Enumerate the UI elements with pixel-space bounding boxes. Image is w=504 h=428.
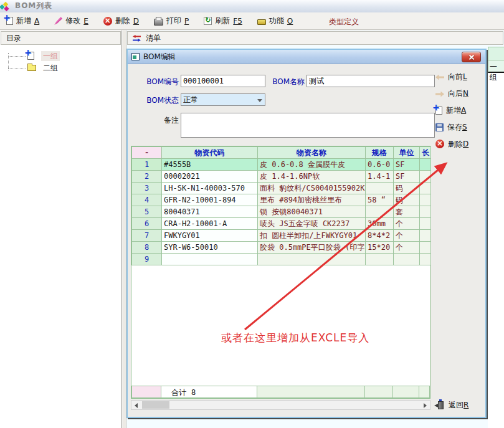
cell[interactable]: CRA-H2-10001-A bbox=[162, 218, 258, 230]
cell[interactable]: 2 bbox=[132, 171, 162, 183]
cell[interactable]: 8*4*2 bbox=[366, 230, 394, 242]
cell[interactable]: 8 bbox=[132, 242, 162, 254]
cell[interactable] bbox=[162, 254, 258, 265]
dialog-prev-button[interactable]: 向前L bbox=[435, 70, 485, 83]
table-row[interactable]: 7FWKYGY01扣 圆柱半卸扣/上FWKYGY018*4*2个 bbox=[132, 230, 431, 242]
cell[interactable]: 胶袋 0.5mmPE平口胶袋 (印字 bbox=[258, 242, 366, 254]
cell[interactable] bbox=[366, 206, 394, 218]
cell[interactable]: 唛头 JS五金字唛 CK2237 bbox=[258, 218, 366, 230]
cell[interactable]: FWKYGY01 bbox=[162, 230, 258, 242]
cell[interactable] bbox=[420, 159, 431, 171]
cell[interactable]: 9 bbox=[132, 254, 162, 265]
cell[interactable]: 1.4-1 bbox=[366, 171, 394, 183]
cell[interactable] bbox=[420, 230, 431, 242]
cell[interactable] bbox=[420, 254, 431, 265]
main-area: 清单 一组 BOM编辑 BOM编号 BOM名称 BOM状态 正常 bbox=[126, 31, 504, 428]
type-definition-label[interactable]: 类型定义 bbox=[329, 17, 359, 27]
cell[interactable] bbox=[258, 254, 366, 265]
cell[interactable]: 皮 0.6-0.8 金属膜牛皮 bbox=[258, 159, 366, 171]
cell[interactable]: 15*20 bbox=[366, 242, 394, 254]
cell[interactable]: 皮 1.4-1.6NP软 bbox=[258, 171, 366, 183]
cell[interactable]: 面料 豹纹料/CS0040155902K bbox=[258, 183, 366, 194]
toolbar-edit-button[interactable]: 修改E bbox=[52, 14, 91, 29]
bom-status-select[interactable]: 正常 bbox=[181, 93, 265, 106]
cell[interactable]: 个 bbox=[394, 242, 420, 254]
table-row[interactable]: 6CRA-H2-10001-A唛头 JS五金字唛 CK223730mm个 bbox=[132, 218, 431, 230]
toolbar-add-button[interactable]: 新增A bbox=[4, 14, 42, 29]
table-row[interactable]: 200002021皮 1.4-1.6NP软1.4-1SF bbox=[132, 171, 431, 183]
table-row[interactable]: 580040371锁 按锁80040371套 bbox=[132, 206, 431, 218]
toolbar-refresh-button[interactable]: 刷新F5 bbox=[201, 14, 245, 29]
cell[interactable]: 码 bbox=[394, 194, 420, 206]
cell[interactable]: 80040371 bbox=[162, 206, 258, 218]
column-header[interactable]: 物资名称 bbox=[258, 147, 366, 159]
cell[interactable] bbox=[420, 242, 431, 254]
table-row[interactable]: 4GFR-N2-10001-894里布 #894加密桃丝里布58 “码 bbox=[132, 194, 431, 206]
table-row[interactable]: 1#4555B皮 0.6-0.8 金属膜牛皮0.6-0SF bbox=[132, 159, 431, 171]
cell[interactable] bbox=[366, 183, 394, 194]
scroll-left-icon[interactable] bbox=[131, 401, 141, 409]
cell[interactable]: 6 bbox=[132, 218, 162, 230]
list-tab-header: 清单 bbox=[127, 31, 503, 45]
table-row[interactable]: 3LH-SK-N1-40003-570面料 豹纹料/CS0040155902K码 bbox=[132, 183, 431, 194]
column-header[interactable]: 单位 bbox=[394, 147, 420, 159]
dialog-delete-button[interactable]: 删除D bbox=[435, 138, 485, 150]
cell[interactable]: 58 “ bbox=[366, 194, 394, 206]
cell[interactable] bbox=[366, 254, 394, 265]
cell[interactable]: SYR-W6-50010 bbox=[162, 242, 258, 254]
close-icon[interactable] bbox=[462, 52, 481, 62]
bom-name-input[interactable] bbox=[307, 75, 435, 87]
cell[interactable]: SF bbox=[394, 159, 420, 171]
cell[interactable] bbox=[420, 171, 431, 183]
cell[interactable]: 个 bbox=[394, 230, 420, 242]
cell[interactable]: 30mm bbox=[366, 218, 394, 230]
toolbar-delete-button[interactable]: 删除D bbox=[101, 14, 141, 29]
column-header[interactable]: 长 bbox=[420, 147, 431, 159]
sidebar-item-1[interactable]: 一组 bbox=[0, 50, 121, 62]
cell[interactable]: LH-SK-N1-40003-570 bbox=[162, 183, 258, 194]
cell[interactable] bbox=[420, 194, 431, 206]
cell[interactable] bbox=[420, 218, 431, 230]
sidebar-item-2[interactable]: 二组 bbox=[0, 62, 121, 74]
cell[interactable]: 1 bbox=[132, 159, 162, 171]
cell[interactable]: 码 bbox=[394, 183, 420, 194]
dialog-save-button[interactable]: 保存S bbox=[435, 121, 485, 133]
cell[interactable]: 3 bbox=[132, 183, 162, 194]
cell[interactable]: 套 bbox=[394, 206, 420, 218]
cell[interactable]: 个 bbox=[394, 218, 420, 230]
toolbar-function-button[interactable]: 功能O bbox=[255, 14, 295, 29]
dialog-next-button[interactable]: 向后N bbox=[435, 87, 485, 100]
table-row[interactable]: 9 bbox=[132, 254, 431, 265]
scrollbar-thumb[interactable] bbox=[142, 401, 169, 409]
cell[interactable]: 7 bbox=[132, 230, 162, 242]
cell[interactable]: 扣 圆柱半卸扣/上FWKYGY01 bbox=[258, 230, 366, 242]
button-shortcut: P bbox=[184, 17, 189, 26]
cell[interactable]: SF bbox=[394, 171, 420, 183]
cell[interactable] bbox=[420, 183, 431, 194]
cell[interactable]: 里布 #894加密桃丝里布 bbox=[258, 194, 366, 206]
cell[interactable]: 4 bbox=[132, 194, 162, 206]
grid-footer: 合计8 bbox=[131, 386, 430, 398]
cell[interactable]: #4555B bbox=[162, 159, 258, 171]
dialog-titlebar[interactable]: BOM编辑 bbox=[128, 50, 485, 64]
dialog-add-button[interactable]: 新增A bbox=[435, 104, 485, 117]
return-button[interactable]: 返回R bbox=[438, 400, 468, 411]
remark-textarea[interactable] bbox=[181, 113, 435, 138]
scroll-right-icon[interactable] bbox=[420, 401, 430, 409]
cell[interactable]: 5 bbox=[132, 206, 162, 218]
cell[interactable]: 锁 按锁80040371 bbox=[258, 206, 366, 218]
chevron-down-icon[interactable] bbox=[257, 99, 262, 102]
button-label: 新增 bbox=[446, 106, 461, 115]
cell[interactable]: 00002021 bbox=[162, 171, 258, 183]
cell[interactable]: 0.6-0 bbox=[366, 159, 394, 171]
table-row[interactable]: 8SYR-W6-50010胶袋 0.5mmPE平口胶袋 (印字15*20个 bbox=[132, 242, 431, 254]
cell[interactable] bbox=[420, 206, 431, 218]
cell[interactable]: GFR-N2-10001-894 bbox=[162, 194, 258, 206]
toolbar-print-button[interactable]: 打印P bbox=[151, 14, 191, 29]
column-header[interactable]: 规格 bbox=[366, 147, 394, 159]
column-header[interactable]: 物资代码 bbox=[162, 147, 258, 159]
column-header[interactable]: - bbox=[132, 147, 162, 159]
cell[interactable] bbox=[394, 254, 420, 265]
bom-no-input[interactable] bbox=[181, 75, 265, 87]
horizontal-scrollbar[interactable] bbox=[131, 400, 430, 410]
